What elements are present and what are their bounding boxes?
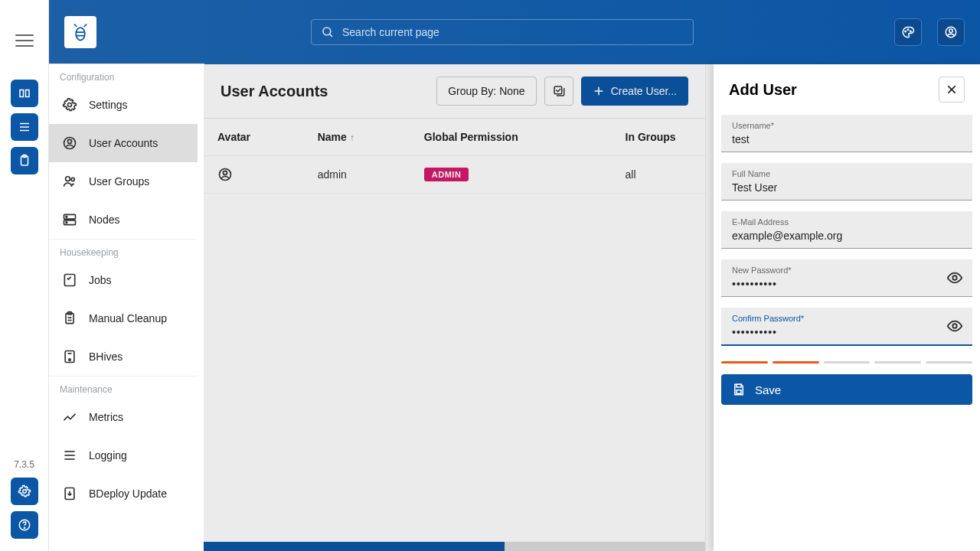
column-header[interactable]: Name↑ [304, 119, 410, 156]
users-table-wrap[interactable]: AvatarName↑Global PermissionIn GroupsInh… [204, 119, 705, 551]
fullname-field[interactable]: Full Name [721, 163, 972, 201]
svg-point-22 [71, 178, 74, 181]
app-shell: ConfigurationSettingsUser AccountsUser G… [49, 0, 980, 551]
sidebar-item-label: Manual Cleanup [89, 312, 167, 324]
email-label: E-Mail Address [732, 217, 962, 227]
rail-button-1[interactable] [11, 80, 38, 107]
password-strength-meter [714, 357, 980, 374]
svg-point-9 [24, 527, 24, 528]
sidebar-section-title: Housekeeping [49, 239, 198, 261]
sidebar-item-bdeploy-update[interactable]: BDeploy Update [49, 474, 198, 513]
svg-point-47 [952, 324, 957, 328]
groups-cell: all [612, 156, 705, 194]
sidebar-item-settings[interactable]: Settings [49, 86, 198, 124]
password-input[interactable] [732, 276, 962, 292]
svg-rect-39 [554, 86, 562, 94]
plus-icon [593, 85, 605, 97]
sidebar-item-bhives[interactable]: BHives [49, 337, 198, 376]
clipboard-icon [61, 310, 78, 327]
user-circle-icon [944, 25, 958, 39]
chart-icon [61, 409, 78, 425]
svg-point-18 [68, 103, 72, 107]
table-row[interactable]: adminADMINall [204, 156, 705, 194]
name-cell: admin [304, 156, 410, 194]
toggle-password-visibility[interactable] [945, 268, 965, 288]
panel-title: Add User [729, 81, 931, 99]
list-icon [61, 447, 78, 464]
palette-icon [901, 25, 915, 39]
fullname-input[interactable] [732, 180, 962, 195]
rail-button-3[interactable] [11, 147, 38, 174]
sort-asc-icon: ↑ [350, 132, 354, 143]
cube-icon [18, 86, 31, 100]
svg-point-13 [905, 31, 906, 32]
sidebar-section-title: Maintenance [49, 376, 198, 398]
app-logo[interactable] [64, 16, 96, 48]
users-icon [61, 173, 78, 190]
column-header[interactable]: Avatar [204, 119, 304, 156]
sidebar-item-manual-cleanup[interactable]: Manual Cleanup [49, 299, 198, 337]
eye-icon [946, 269, 963, 286]
theme-button[interactable] [894, 18, 922, 46]
confirm-password-input[interactable] [732, 324, 962, 340]
user-circle-icon [217, 167, 290, 182]
strength-segment [824, 361, 871, 364]
close-panel-button[interactable] [939, 77, 965, 103]
sidebar-item-user-groups[interactable]: User Groups [49, 162, 198, 201]
confirm-password-label: Confirm Password* [732, 314, 962, 323]
sidebar-item-label: Settings [89, 99, 128, 111]
password-field[interactable]: New Password* [721, 259, 972, 297]
group-by-button[interactable]: Group By: None [436, 77, 536, 106]
rail-button-2[interactable] [11, 113, 38, 141]
rail-settings-button[interactable] [11, 478, 38, 505]
menu-toggle[interactable] [15, 31, 34, 49]
add-user-panel: Add User Username* Full Name E-Mail Addr… [714, 64, 980, 551]
email-field[interactable]: E-Mail Address [721, 211, 972, 249]
layers-icon [552, 84, 566, 98]
toggle-confirm-visibility[interactable] [945, 316, 965, 336]
svg-rect-0 [20, 90, 24, 97]
username-field[interactable]: Username* [721, 115, 972, 152]
version-label: 7.3.5 [14, 459, 34, 470]
rail-help-button[interactable] [11, 511, 38, 539]
layers-button[interactable] [544, 77, 573, 106]
sidebar-item-label: Nodes [89, 214, 119, 226]
profile-button[interactable] [937, 18, 965, 46]
svg-point-33 [69, 359, 71, 361]
strength-segment [874, 361, 921, 364]
main-panel: User Accounts Group By: None Create User… [204, 64, 706, 551]
sidebar-item-nodes[interactable]: Nodes [49, 201, 198, 239]
column-header[interactable]: Global Permission [410, 119, 612, 156]
search-icon [321, 25, 335, 39]
username-label: Username* [732, 121, 962, 130]
svg-rect-27 [64, 275, 74, 286]
email-input[interactable] [732, 228, 962, 243]
sidebar-item-metrics[interactable]: Metrics [49, 398, 198, 436]
close-icon [946, 83, 958, 96]
horizontal-scrollbar[interactable] [204, 542, 705, 551]
sidebar-item-user-accounts[interactable]: User Accounts [49, 124, 198, 162]
search-input[interactable] [342, 26, 684, 38]
group-by-label: Group By: None [448, 85, 524, 97]
confirm-password-field[interactable]: Confirm Password* [721, 308, 972, 346]
search-box[interactable] [311, 19, 694, 45]
column-header[interactable]: In Groups [612, 119, 705, 156]
page-title: User Accounts [220, 83, 429, 100]
sidebar-item-jobs[interactable]: Jobs [49, 261, 198, 299]
username-input[interactable] [732, 132, 962, 147]
sidebar: ConfigurationSettingsUser AccountsUser G… [49, 64, 204, 551]
strength-segment [773, 361, 819, 364]
scrollbar-thumb[interactable] [204, 542, 505, 551]
svg-point-15 [910, 31, 912, 32]
password-label: New Password* [732, 266, 962, 275]
bee-icon [70, 21, 91, 43]
svg-point-7 [22, 490, 26, 494]
disk-icon [61, 348, 78, 365]
save-button[interactable]: Save [721, 374, 972, 405]
sidebar-item-label: Logging [89, 449, 127, 461]
create-user-button[interactable]: Create User... [581, 77, 688, 106]
permission-badge: ADMIN [424, 168, 469, 181]
sidebar-item-logging[interactable]: Logging [49, 436, 198, 474]
sidebar-item-label: BHives [89, 350, 122, 363]
svg-point-26 [66, 222, 67, 223]
